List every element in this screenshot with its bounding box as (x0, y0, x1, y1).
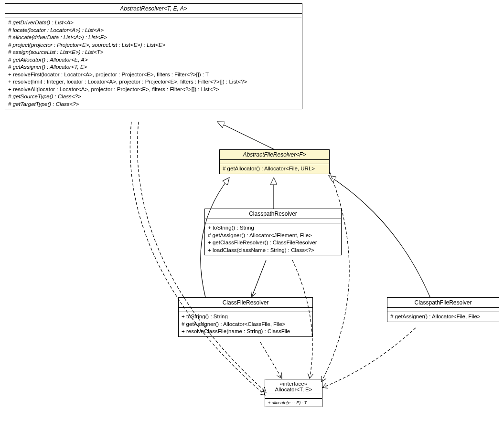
method: # getTargetType() : Class<?> (8, 101, 299, 108)
class-attrs-empty (220, 160, 329, 164)
class-abstract-file-resolver[interactable]: AbstractFileResolver<F> # getAllocator()… (219, 149, 330, 174)
class-methods: + toString() : String # getAssigner() : … (179, 312, 312, 336)
method: + resolveFirst(locator : Locator<A>, pro… (8, 71, 299, 79)
method: # getAssigner() : Allocator<ClassFile, F… (182, 321, 310, 328)
method: # assign(sourceList : List<E>) : List<T> (8, 49, 299, 56)
class-title: ClasspathFileResolver (387, 298, 499, 308)
method: # getAllocator() : Allocator<E, A> (8, 56, 299, 64)
method: + getClassFileResolver() : ClassFileReso… (208, 239, 338, 247)
method: + allocate(e : : E) : T (268, 400, 319, 406)
method: + toString() : String (182, 313, 310, 321)
class-methods: # getAllocator() : Allocator<File, URL> (220, 164, 329, 174)
method: # locate(locator : Locator<A>) : List<A> (8, 27, 299, 34)
class-attrs-empty (387, 308, 499, 312)
class-methods: + toString() : String # getAssigner() : … (205, 223, 341, 255)
class-classpath-file-resolver[interactable]: ClasspathFileResolver # getAssigner() : … (387, 297, 499, 322)
method: # getAllocator() : Allocator<File, URL> (223, 165, 326, 173)
class-attrs-empty (205, 219, 341, 223)
class-attrs-empty (5, 14, 302, 18)
stereotype: «interface» (280, 381, 307, 387)
class-methods: # getDriverData() : List<A> # locate(loc… (5, 18, 302, 109)
class-abstract-resolver[interactable]: AbstractResolver<T, E, A> # getDriverDat… (5, 3, 302, 109)
method: # project(projector : Projector<E>, sour… (8, 42, 299, 49)
method: + loadClass(className : String) : Class<… (208, 247, 338, 254)
method: # getAssigner() : Allocator<JElement, Fi… (208, 232, 338, 240)
class-name: Allocator<T, E> (275, 387, 312, 392)
method: + resolveClassFile(name : String) : Clas… (182, 328, 310, 336)
method: + resolveAll(locator : Locator<A>, proje… (8, 86, 299, 94)
class-title: AbstractResolver<T, E, A> (5, 4, 302, 14)
class-title: «interface» Allocator<T, E> (265, 379, 322, 394)
method: # getDriverData() : List<A> (8, 19, 299, 27)
class-attrs-empty (179, 308, 312, 312)
class-title: AbstractFileResolver<F> (220, 150, 329, 160)
class-title: ClassFileResolver (179, 298, 312, 308)
class-allocator[interactable]: «interface» Allocator<T, E> + allocate(e… (265, 379, 322, 407)
method: + toString() : String (208, 224, 338, 232)
class-class-file-resolver[interactable]: ClassFileResolver + toString() : String … (178, 297, 313, 337)
class-title: ClasspathResolver (205, 209, 341, 219)
method: # getAssigner() : Allocator<T, E> (8, 63, 299, 71)
method: # allocate(driverData : List<A>) : List<… (8, 34, 299, 42)
method: # getAssigner() : Allocator<File, File> (390, 313, 496, 321)
method: # getSourceType() : Class<?> (8, 93, 299, 101)
class-attrs-empty (265, 394, 322, 399)
class-classpath-resolver[interactable]: ClasspathResolver + toString() : String … (204, 209, 342, 255)
class-methods: # getAssigner() : Allocator<File, File> (387, 312, 499, 322)
method: + resolve(limit : Integer, locator : Loc… (8, 78, 299, 86)
class-methods: + allocate(e : : E) : T (265, 399, 322, 407)
